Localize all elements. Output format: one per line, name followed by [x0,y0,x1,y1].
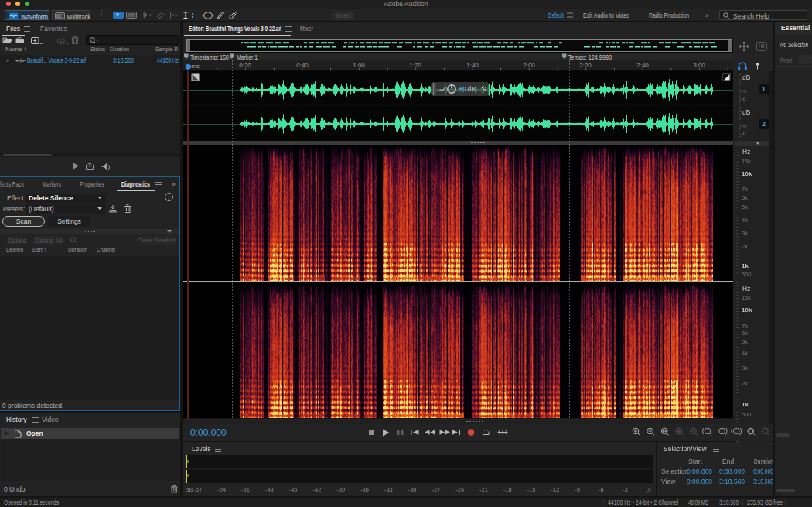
svg-text:1:40: 1:40 [466,62,479,69]
svg-text:1:20: 1:20 [409,62,421,69]
svg-text:+0: +0 [459,85,466,93]
svg-text:2:00: 2:00 [523,62,535,69]
svg-text:0:20: 0:20 [239,62,251,69]
svg-text:3:00: 3:00 [693,62,705,69]
svg-text:0:40: 0:40 [296,62,309,69]
svg-text:1:00: 1:00 [353,62,365,69]
svg-text:2:20: 2:20 [579,62,592,69]
svg-text:dB: dB [468,85,476,93]
svg-text:2:40: 2:40 [636,62,649,69]
